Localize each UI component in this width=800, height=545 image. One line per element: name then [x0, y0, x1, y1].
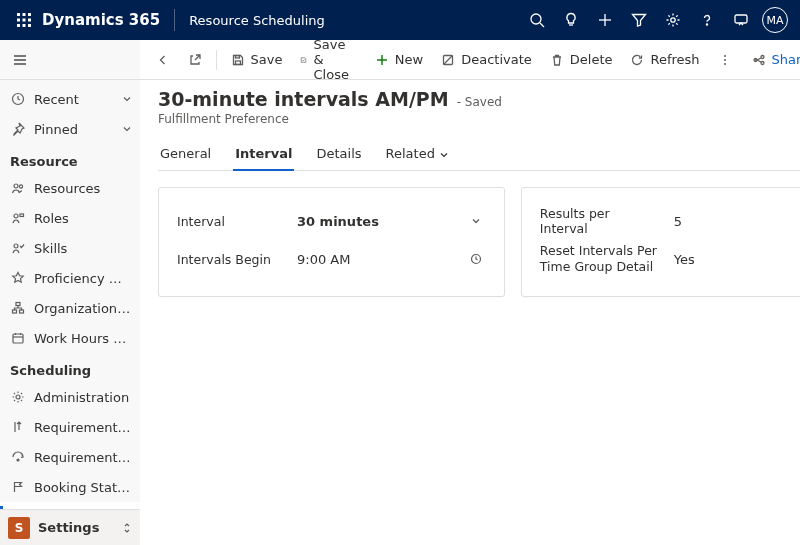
svg-rect-3 — [17, 19, 20, 22]
command-bar: Save Save & Close New Deactivate Delete … — [140, 40, 800, 80]
help-icon[interactable] — [690, 0, 724, 40]
field-reset-intervals[interactable]: Reset Intervals Per Time Group Detail Ye… — [540, 240, 800, 278]
main-area: Save Save & Close New Deactivate Delete … — [140, 40, 800, 545]
gear-icon — [10, 389, 26, 405]
svg-rect-29 — [20, 310, 24, 313]
svg-point-24 — [14, 214, 18, 218]
sidebar: Recent Pinned Resource Resources Roles S… — [0, 40, 140, 545]
svg-rect-2 — [28, 13, 31, 16]
refresh-button[interactable]: Refresh — [622, 45, 707, 75]
svg-rect-1 — [23, 13, 26, 16]
module-label[interactable]: Resource Scheduling — [189, 13, 325, 28]
search-icon[interactable] — [520, 0, 554, 40]
brand-label[interactable]: Dynamics 365 — [42, 11, 160, 29]
add-icon[interactable] — [588, 0, 622, 40]
nav-group-resource: Resource — [0, 144, 140, 173]
status-icon — [10, 449, 26, 465]
save-close-button[interactable]: Save & Close — [292, 45, 364, 75]
nav-proficiency[interactable]: Proficiency Models — [0, 263, 140, 293]
clock-icon — [470, 253, 486, 265]
nav-pinned[interactable]: Pinned — [0, 114, 140, 144]
user-avatar[interactable]: MA — [758, 0, 792, 40]
svg-point-16 — [706, 24, 707, 25]
record-title: 30-minute intervals AM/PM — [158, 88, 449, 110]
svg-rect-28 — [13, 310, 17, 313]
nav-skills[interactable]: Skills — [0, 233, 140, 263]
app-launcher-icon[interactable] — [8, 4, 40, 36]
deactivate-button[interactable]: Deactivate — [433, 45, 540, 75]
filter-icon[interactable] — [622, 0, 656, 40]
overflow-button[interactable] — [710, 45, 740, 75]
nav-fulfillment-pref[interactable]: Fulfillment Prefer... — [0, 502, 140, 509]
nav-req-status[interactable]: Requirement Stat... — [0, 442, 140, 472]
field-interval[interactable]: Interval 30 minutes — [177, 202, 486, 240]
tab-interval[interactable]: Interval — [233, 140, 294, 171]
svg-rect-46 — [235, 61, 240, 65]
svg-rect-25 — [20, 214, 24, 217]
svg-rect-17 — [735, 15, 747, 23]
share-button[interactable]: Share — [744, 45, 800, 75]
svg-rect-8 — [28, 24, 31, 27]
svg-point-23 — [19, 185, 22, 188]
roles-icon — [10, 210, 26, 226]
nav-booking-statuses[interactable]: Booking Statuses — [0, 472, 140, 502]
tab-details[interactable]: Details — [314, 140, 363, 170]
skills-icon — [10, 240, 26, 256]
svg-point-36 — [17, 459, 19, 461]
new-button[interactable]: New — [367, 45, 431, 75]
nav-recent[interactable]: Recent — [0, 84, 140, 114]
nav-pinned-label: Pinned — [34, 122, 122, 137]
save-button[interactable]: Save — [223, 45, 291, 75]
nav-req-priority[interactable]: Requirement Prior... — [0, 412, 140, 442]
svg-point-52 — [724, 55, 726, 57]
nav-recent-label: Recent — [34, 92, 122, 107]
svg-rect-7 — [23, 24, 26, 27]
entity-label: Fulfillment Preference — [158, 112, 800, 126]
area-switcher[interactable]: S Settings — [0, 509, 140, 545]
svg-line-51 — [444, 55, 453, 64]
svg-point-26 — [14, 244, 18, 248]
svg-point-9 — [531, 14, 541, 24]
area-initial: S — [8, 517, 30, 539]
nav-roles[interactable]: Roles — [0, 203, 140, 233]
nav-resources[interactable]: Resources — [0, 173, 140, 203]
priority-icon — [10, 419, 26, 435]
svg-rect-4 — [23, 19, 26, 22]
sidebar-scroll[interactable]: Recent Pinned Resource Resources Roles S… — [0, 80, 140, 509]
flag-icon — [10, 479, 26, 495]
assistant-icon[interactable] — [724, 0, 758, 40]
tab-general[interactable]: General — [158, 140, 213, 170]
back-button[interactable] — [148, 45, 178, 75]
nav-org-units[interactable]: Organizational Un... — [0, 293, 140, 323]
hamburger-button[interactable] — [0, 40, 140, 80]
form-section-right: Results per Interval 5 Reset Intervals P… — [521, 187, 800, 297]
delete-button[interactable]: Delete — [542, 45, 621, 75]
svg-line-10 — [540, 23, 544, 27]
svg-rect-0 — [17, 13, 20, 16]
svg-marker-14 — [633, 15, 646, 27]
nav-administration[interactable]: Administration — [0, 382, 140, 412]
updown-icon — [122, 521, 132, 535]
svg-rect-30 — [13, 334, 23, 343]
clock-icon — [10, 91, 26, 107]
svg-rect-27 — [16, 303, 20, 306]
nav-work-hours[interactable]: Work Hours Temp... — [0, 323, 140, 353]
field-intervals-begin[interactable]: Intervals Begin 9:00 AM — [177, 240, 486, 278]
svg-rect-6 — [17, 24, 20, 27]
svg-point-53 — [724, 59, 726, 61]
field-results-per-interval[interactable]: Results per Interval 5 — [540, 202, 800, 240]
tab-related[interactable]: Related — [384, 140, 452, 170]
svg-point-34 — [16, 395, 20, 399]
form-section-left: Interval 30 minutes Intervals Begin 9:00… — [158, 187, 505, 297]
settings-icon[interactable] — [656, 0, 690, 40]
chevron-down-icon — [122, 124, 132, 134]
open-new-window-button[interactable] — [180, 45, 210, 75]
chevron-down-icon — [470, 215, 486, 227]
lightbulb-icon[interactable] — [554, 0, 588, 40]
form-tabs: General Interval Details Related — [158, 140, 800, 171]
pin-icon — [10, 121, 26, 137]
svg-rect-47 — [235, 55, 239, 58]
people-icon — [10, 180, 26, 196]
svg-point-56 — [761, 61, 764, 64]
area-label: Settings — [38, 520, 122, 535]
